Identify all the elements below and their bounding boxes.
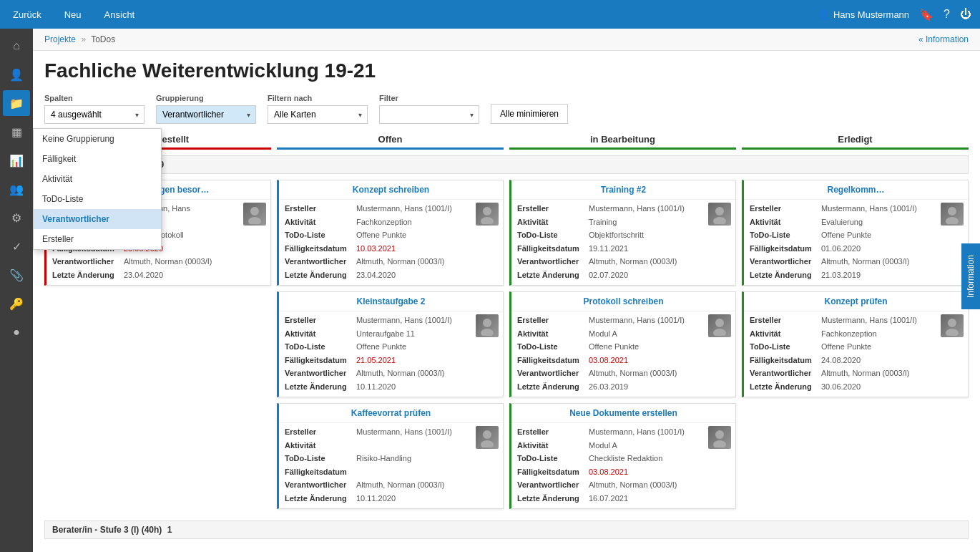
svg-point-15	[946, 217, 959, 224]
field-todo-liste: ToDo-Liste Offene Punkte	[750, 341, 962, 353]
svg-point-10	[715, 319, 724, 327]
field-letzte-aenderung: Letzte Änderung 21.03.2019	[750, 269, 962, 281]
card-konzept-schreiben: Konzept schreiben Ersteller Mustermann, …	[277, 180, 504, 286]
information-sidebar-button[interactable]: Information	[961, 243, 980, 309]
field-faelligkeitsdatum: Fälligkeitsdatum 24.08.2020	[750, 354, 962, 367]
field-faelligkeitsdatum: Fälligkeitsdatum 03.08.2021	[517, 354, 730, 367]
spalten-select[interactable]: 4 ausgewählt	[44, 105, 144, 124]
gruppierung-select[interactable]: Verantwortlicher	[156, 105, 256, 124]
field-ersteller: Ersteller Mustermann, Hans (1001/I)	[285, 203, 497, 215]
card-title-kaffeevorrat[interactable]: Kaffeevorrat prüfen	[279, 404, 503, 423]
card-title-kleinstaufgabe[interactable]: Kleinstaufgabe 2	[279, 292, 503, 311]
field-faelligkeitsdatum: Fälligkeitsdatum 01.06.2020	[750, 243, 962, 255]
filtern-nach-select[interactable]: Alle Karten	[268, 105, 368, 124]
sidebar-item-user[interactable]: 👤	[3, 62, 30, 87]
group-header-altmuth[interactable]: Altmuth, Norman (0003/I) 9	[44, 155, 969, 174]
avatar-img	[476, 203, 499, 226]
sidebar-item-settings[interactable]: ⚙	[3, 205, 30, 231]
main-content: Projekte » ToDos « Information Fachliche…	[33, 29, 980, 552]
dropdown-item-todoliste[interactable]: ToDo-Liste	[34, 189, 161, 209]
field-letzte-aenderung: Letzte Änderung 30.06.2020	[750, 381, 962, 393]
svg-point-16	[948, 319, 956, 327]
field-ersteller: Ersteller Mustermann, Hans (1001/I)	[517, 314, 730, 326]
svg-point-0	[250, 207, 259, 216]
avatar-img	[476, 426, 499, 449]
filter-select-wrapper	[379, 105, 479, 124]
field-verantwortlicher: Verantwortlicher Altmuth, Norman (0003/I…	[285, 256, 497, 268]
card-title-neue-dokumente[interactable]: Neue Dokumente erstellen	[511, 404, 735, 423]
sidebar-item-chart[interactable]: 📊	[3, 147, 30, 173]
gruppierung-filter-group: Gruppierung Verantwortlicher Keine Grupp…	[156, 94, 256, 124]
svg-point-7	[481, 440, 494, 447]
top-nav-right: 👤 Hans Mustermann 🔖 ? ⏻	[818, 8, 971, 21]
new-button[interactable]: Neu	[60, 6, 86, 23]
svg-point-8	[715, 207, 724, 216]
card-regelkomm: Regelkomm… Ersteller Mustermann, Hans (1…	[742, 180, 969, 286]
field-verantwortlicher: Verantwortlicher Altmuth, Norman (0003/I…	[285, 367, 497, 379]
column-in-bearbeitung: in Bearbeitung	[509, 130, 736, 155]
card-avatar-konzept-pruefen	[941, 314, 964, 337]
sidebar-item-dashboard[interactable]: ▦	[3, 119, 30, 145]
card-konzept-pruefen: Konzept prüfen Ersteller Mustermann, Han…	[742, 291, 969, 397]
field-todo-liste: ToDo-Liste Objektfortschritt	[517, 229, 730, 241]
dropdown-item-aktivitaet[interactable]: Aktivität	[34, 169, 161, 189]
sidebar-item-home[interactable]: ⌂	[3, 33, 30, 59]
card-avatar-neue-dokumente	[708, 426, 731, 449]
svg-point-5	[481, 329, 494, 336]
field-todo-liste: ToDo-Liste Offene Punkte	[517, 341, 730, 353]
sidebar-item-key[interactable]: 🔑	[3, 291, 30, 316]
sidebar-item-users[interactable]: 👥	[3, 176, 30, 202]
sidebar-item-check[interactable]: ✓	[3, 233, 30, 259]
card-avatar-konzept	[476, 203, 499, 226]
filter-select[interactable]	[379, 105, 479, 124]
view-button[interactable]: Ansicht	[100, 6, 139, 23]
svg-point-11	[713, 329, 726, 336]
field-todo-liste: ToDo-Liste Checkliste Redaktion	[517, 452, 730, 465]
sidebar-item-attach[interactable]: 📎	[3, 262, 30, 288]
svg-point-6	[483, 430, 491, 439]
col-header-in-bearbeitung: in Bearbeitung	[509, 130, 736, 150]
card-training: Training #2 Ersteller Mustermann, Hans (…	[509, 180, 736, 286]
power-icon[interactable]: ⏻	[960, 8, 971, 21]
offen-cards: Konzept schreiben Ersteller Mustermann, …	[277, 180, 504, 515]
card-body-kleinstaufgabe: Ersteller Mustermann, Hans (1001/I) Akti…	[279, 311, 503, 397]
field-verantwortlicher: Verantwortlicher Altmuth, Norman (0003/I…	[285, 479, 497, 491]
sidebar-item-folder[interactable]: 📁	[3, 90, 30, 116]
card-avatar-kleinstaufgabe	[476, 314, 499, 337]
field-verantwortlicher: Verantwortlicher Altmuth, Norman (0003/I…	[52, 256, 265, 268]
sidebar-item-circle[interactable]: ●	[3, 319, 30, 345]
bookmark-icon[interactable]: 🔖	[919, 8, 934, 21]
dropdown-item-ersteller[interactable]: Ersteller	[34, 229, 161, 249]
filter-bar: Spalten 4 ausgewählt Gruppierung Verantw…	[33, 88, 980, 130]
in-bearbeitung-cards: Training #2 Ersteller Mustermann, Hans (…	[509, 180, 736, 515]
kanban-columns: zurückgestellt Offen in Bearbeitung Erle…	[44, 130, 969, 155]
spalten-label: Spalten	[44, 94, 144, 102]
card-title-konzept-pruefen[interactable]: Konzept prüfen	[744, 292, 968, 311]
column-offen: Offen	[277, 130, 504, 155]
help-icon[interactable]: ?	[944, 8, 950, 21]
spalten-select-wrapper: 4 ausgewählt	[44, 105, 144, 124]
user-menu[interactable]: 👤 Hans Mustermann	[818, 9, 909, 20]
filtern-nach-select-wrapper: Alle Karten	[268, 105, 368, 124]
back-button[interactable]: Zurück	[9, 6, 46, 23]
card-title-protokoll[interactable]: Protokoll schreiben	[511, 292, 735, 311]
svg-point-1	[248, 217, 261, 224]
group-header-berater[interactable]: Berater/in - Stufe 3 (I) (40h) 1	[44, 520, 969, 539]
dropdown-item-faelligkeit[interactable]: Fälligkeit	[34, 149, 161, 169]
field-verantwortlicher: Verantwortlicher Altmuth, Norman (0003/I…	[750, 256, 962, 268]
breadcrumb: Projekte » ToDos « Information	[33, 29, 980, 51]
dropdown-item-verantwortlicher[interactable]: Verantwortlicher	[34, 209, 161, 229]
kanban-board: zurückgestellt Offen in Bearbeitung Erle…	[33, 130, 980, 551]
card-title-regelkomm[interactable]: Regelkomm…	[744, 180, 968, 200]
information-toggle[interactable]: « Information	[918, 34, 969, 44]
card-title-training[interactable]: Training #2	[511, 180, 735, 200]
dropdown-item-keine[interactable]: Keine Gruppierung	[34, 129, 161, 149]
field-letzte-aenderung: Letzte Änderung 16.07.2021	[517, 493, 730, 505]
column-erledigt: Erledigt	[742, 130, 969, 155]
user-icon: 👤	[818, 9, 829, 20]
filtern-nach-label: Filtern nach	[268, 94, 368, 102]
field-aktivitaet: Aktivität Evaluierung	[750, 216, 962, 228]
minimize-all-button[interactable]: Alle minimieren	[491, 104, 568, 124]
card-avatar-kaffee	[243, 203, 266, 226]
card-title-konzept[interactable]: Konzept schreiben	[279, 180, 503, 200]
